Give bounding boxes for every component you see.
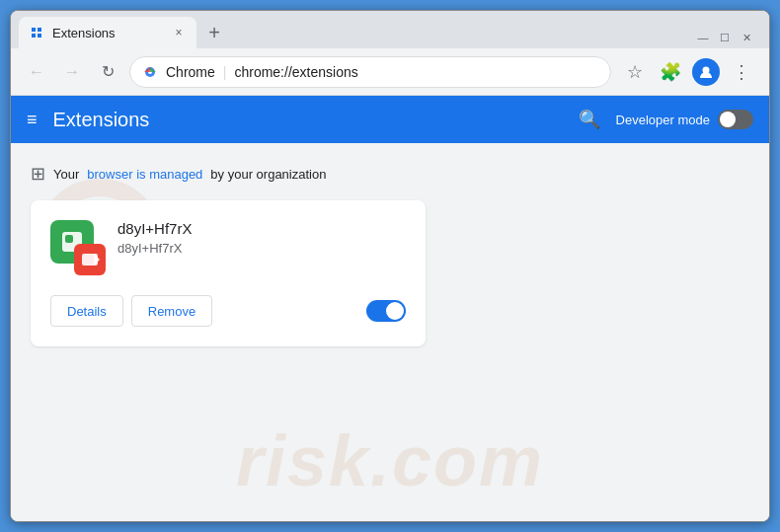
avatar [692, 58, 720, 86]
toggle-thumb [720, 112, 736, 127]
omnibox[interactable]: Chrome | chrome://extensions [129, 56, 611, 88]
forward-button[interactable]: → [58, 58, 86, 86]
minimize-button[interactable]: — [696, 31, 710, 44]
watermark: risk.com [236, 420, 544, 501]
extension-overlay-svg [80, 250, 100, 269]
menu-button[interactable]: ⋮ [726, 56, 757, 88]
reload-button[interactable]: ↻ [94, 58, 121, 86]
details-button[interactable]: Details [50, 295, 123, 327]
close-button[interactable]: ✕ [740, 31, 753, 44]
extension-info: d8yI+Hf7rX d8yI+Hf7rX [117, 220, 406, 256]
extensions-button[interactable]: 🧩 [655, 56, 686, 88]
tab-title: Extensions [52, 26, 163, 40]
maximize-button[interactable]: ☐ [718, 31, 732, 44]
active-tab[interactable]: Extensions × [19, 17, 196, 48]
hamburger-menu-icon[interactable]: ≡ [27, 110, 38, 130]
remove-button[interactable]: Remove [131, 295, 212, 327]
managed-notice: ⊞ Your browser is managed by your organi… [31, 163, 749, 185]
extension-enabled-toggle[interactable] [366, 300, 406, 322]
extension-name: d8yI+Hf7rX [117, 220, 406, 237]
extensions-header: ≡ Extensions 🔍 Developer mode [11, 96, 769, 143]
chrome-label: Chrome [166, 64, 215, 80]
tab-close-button[interactable]: × [171, 25, 187, 40]
chrome-favicon [142, 64, 158, 80]
extensions-page-title: Extensions [53, 109, 579, 131]
grid-icon: ⊞ [31, 163, 45, 185]
bookmark-button[interactable]: ☆ [619, 56, 651, 88]
search-icon[interactable]: 🔍 [579, 109, 600, 130]
window-controls: — ☐ ✕ [696, 31, 761, 48]
profile-button[interactable] [690, 56, 722, 88]
developer-mode-toggle[interactable] [718, 110, 753, 129]
page-content: ⊞ Your browser is managed by your organi… [11, 143, 769, 521]
tab-bar: Extensions × + — ☐ ✕ [11, 11, 769, 48]
extension-icon-group [50, 220, 106, 275]
svg-rect-6 [65, 235, 73, 243]
url-text: chrome://extensions [234, 64, 357, 80]
new-tab-button[interactable]: + [200, 19, 228, 46]
back-button[interactable]: ← [23, 58, 50, 86]
extension-header: d8yI+Hf7rX d8yI+Hf7rX [50, 220, 406, 275]
tab-favicon [29, 25, 44, 40]
extension-id: d8yI+Hf7rX [117, 241, 406, 256]
extension-card: d8yI+Hf7rX d8yI+Hf7rX Details Remove [31, 200, 426, 346]
extension-footer: Details Remove [50, 295, 406, 327]
address-bar: ← → ↻ Chrome | chrome://extensions ☆ 🧩 ⋮ [11, 48, 769, 96]
browser-managed-link[interactable]: browser is managed [87, 167, 202, 182]
developer-mode-label: Developer mode [616, 113, 710, 127]
extension-icon-overlay [74, 244, 106, 275]
toggle-blue-thumb [386, 302, 404, 320]
managed-prefix: Your [53, 167, 79, 182]
browser-window: Extensions × + — ☐ ✕ ← → ↻ Chrome | chro… [10, 10, 770, 522]
url-separator: | [223, 64, 227, 80]
toolbar-icons: ☆ 🧩 ⋮ [619, 56, 757, 88]
managed-suffix: by your organization [210, 167, 326, 182]
